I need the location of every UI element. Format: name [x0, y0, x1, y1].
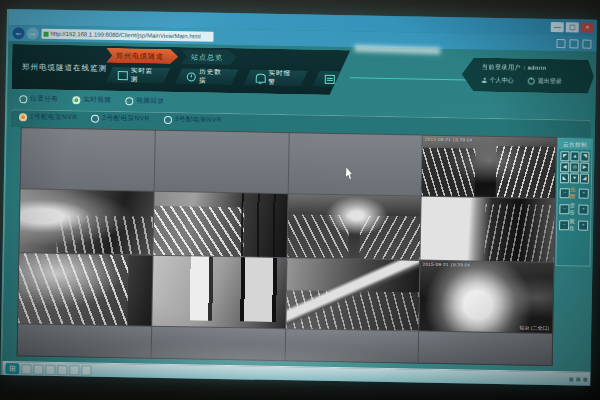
- user-panel: 当前登录用户：admin 个人中心 退出登录: [462, 57, 595, 93]
- radio-selected-icon: [19, 113, 27, 121]
- photo-background: — ▢ × ← → http://192.168.1.199:8080/Clie…: [0, 0, 600, 400]
- page-title: 郑州电缆隧道在线监测: [22, 62, 107, 74]
- url-text: http://192.168.1.199:8080/Client/jsp/Mai…: [50, 31, 200, 40]
- zoom-label: 变倍: [569, 202, 578, 216]
- tray-icon[interactable]: [569, 377, 573, 381]
- camera-name-label: 站台 (二全口): [519, 324, 549, 331]
- radio-icon: [164, 115, 172, 123]
- toolbar-item-label: 历史数据: [199, 68, 227, 86]
- radio-icon: [125, 97, 133, 105]
- favorites-icon[interactable]: [556, 39, 565, 48]
- camera-feed[interactable]: [286, 258, 420, 330]
- minimize-button[interactable]: —: [551, 22, 564, 32]
- taskbar-app-icon[interactable]: [21, 364, 31, 374]
- ptz-center-button[interactable]: ◎: [570, 162, 579, 172]
- taskbar-app-icon[interactable]: [57, 364, 67, 374]
- site-favicon-icon: [44, 31, 49, 36]
- menu-icon[interactable]: [582, 40, 591, 49]
- tab-zhengzhou-cable-tunnel[interactable]: 郑州电缆隧道: [106, 48, 178, 64]
- video-cell-empty: [154, 131, 288, 193]
- video-cell-empty: [288, 133, 422, 195]
- header-divider: [350, 77, 468, 80]
- profile-link[interactable]: 个人中心: [490, 76, 514, 85]
- view-mode-playback[interactable]: 视频回放: [125, 96, 164, 106]
- view-mode-location[interactable]: 位置分布: [19, 94, 58, 104]
- video-wall: 2015-09-21 19:39:04 2015-09-21 19:39:04 …: [17, 127, 557, 366]
- video-cell-empty: [151, 327, 284, 360]
- logout-icon: [528, 78, 535, 85]
- toolbar-item-partial[interactable]: [313, 71, 350, 88]
- toolbar-item-label: 实时监测: [131, 66, 159, 84]
- zoom-plus-button[interactable]: +: [578, 205, 588, 215]
- view-mode-label: 视频回放: [136, 96, 164, 106]
- monitor-screen: — ▢ × ← → http://192.168.1.199:8080/Clie…: [0, 9, 597, 386]
- logout-link[interactable]: 退出登录: [538, 77, 562, 86]
- view-mode-label: 实时视频: [83, 95, 111, 105]
- page-content: 郑州电缆隧道在线监测 郑州电缆隧道 站点总览 实时监测 历史数据: [3, 41, 597, 372]
- close-button[interactable]: ×: [581, 23, 594, 33]
- video-cell-empty: [18, 324, 151, 357]
- focus-minus-button[interactable]: −: [559, 220, 569, 230]
- video-cell-empty: [285, 329, 418, 362]
- system-tray: [569, 377, 587, 381]
- iris-plus-button[interactable]: +: [579, 189, 589, 199]
- tray-icon[interactable]: [583, 377, 587, 381]
- ptz-left-button[interactable]: ◀: [560, 162, 569, 172]
- ptz-panel-title: 云台控制: [559, 139, 592, 150]
- camera-timestamp: 2015-09-21 19:39:04: [425, 137, 473, 143]
- iris-label: 光圈: [570, 186, 579, 200]
- tab-site-overview[interactable]: 站点总览: [181, 49, 237, 65]
- taskbar-app-icon[interactable]: [81, 365, 91, 375]
- zoom-minus-button[interactable]: −: [559, 204, 569, 214]
- camera-feed[interactable]: [421, 197, 555, 262]
- camera-feed[interactable]: [18, 253, 152, 325]
- ptz-down-right-button[interactable]: ◢: [580, 174, 589, 184]
- camera-feed[interactable]: 2015-09-21 19:39:04: [422, 136, 556, 198]
- start-button[interactable]: ⊞: [5, 363, 19, 374]
- camera-feed[interactable]: [152, 256, 286, 328]
- camera-feed[interactable]: [287, 194, 421, 259]
- forward-button[interactable]: →: [26, 27, 38, 39]
- camera-timestamp: 2015-09-21 19:39:04: [423, 262, 471, 268]
- person-icon: [482, 78, 487, 83]
- page-header: 郑州电缆隧道在线监测 郑州电缆隧道 站点总览 实时监测 历史数据: [12, 44, 351, 95]
- toolbar-history-data[interactable]: 历史数据: [175, 68, 239, 85]
- camera-feed[interactable]: 2015-09-21 19:39:04 站台 (二全口): [419, 261, 553, 333]
- monitor-icon: [118, 71, 128, 80]
- nvr-label: 1号配电室NVR: [30, 112, 78, 122]
- nvr-option-2[interactable]: 2号配电室NVR: [91, 114, 149, 124]
- ptz-up-right-button[interactable]: ◥: [580, 152, 589, 162]
- device-icon: [325, 74, 335, 83]
- focus-plus-button[interactable]: +: [578, 221, 588, 231]
- ptz-panel: 云台控制 ◤ ▲ ◥ ◀ ◎ ▶ ◣ ▼ ◢ − 光圈 +: [556, 139, 591, 266]
- ptz-right-button[interactable]: ▶: [580, 163, 589, 173]
- maximize-button[interactable]: ▢: [566, 22, 579, 32]
- ptz-down-left-button[interactable]: ◣: [560, 173, 569, 183]
- nvr-option-1[interactable]: 1号配电室NVR: [19, 112, 77, 122]
- camera-feed[interactable]: [153, 192, 287, 257]
- view-mode-group: 位置分布 实时视频 视频回放: [19, 94, 164, 106]
- alarm-icon: [255, 73, 265, 82]
- taskbar-app-icon[interactable]: [33, 364, 43, 374]
- ptz-up-left-button[interactable]: ◤: [560, 151, 569, 161]
- address-input[interactable]: http://192.168.1.199:8080/Client/jsp/Mai…: [41, 29, 213, 42]
- nvr-option-3[interactable]: 3号配电室NVR: [164, 115, 222, 125]
- video-cell-empty: [419, 332, 552, 365]
- back-button[interactable]: ←: [12, 27, 24, 39]
- ptz-down-button[interactable]: ▼: [570, 173, 579, 183]
- username: admin: [527, 65, 546, 71]
- taskbar-app-icon[interactable]: [69, 365, 79, 375]
- settings-icon[interactable]: [569, 39, 578, 48]
- view-mode-label: 位置分布: [30, 94, 58, 104]
- ptz-up-button[interactable]: ▲: [570, 151, 579, 161]
- tray-icon[interactable]: [576, 377, 580, 381]
- radio-icon: [91, 114, 99, 122]
- toolbar-item-label: 实时报警: [268, 69, 296, 87]
- camera-feed[interactable]: [20, 189, 154, 254]
- view-mode-live-video[interactable]: 实时视频: [72, 95, 111, 105]
- nvr-label: 3号配电室NVR: [175, 115, 223, 125]
- iris-minus-button[interactable]: −: [560, 188, 570, 198]
- toolbar-realtime-monitoring[interactable]: 实时监测: [106, 67, 171, 84]
- taskbar-app-icon[interactable]: [45, 364, 55, 374]
- toolbar-realtime-alarm[interactable]: 实时报警: [243, 69, 308, 86]
